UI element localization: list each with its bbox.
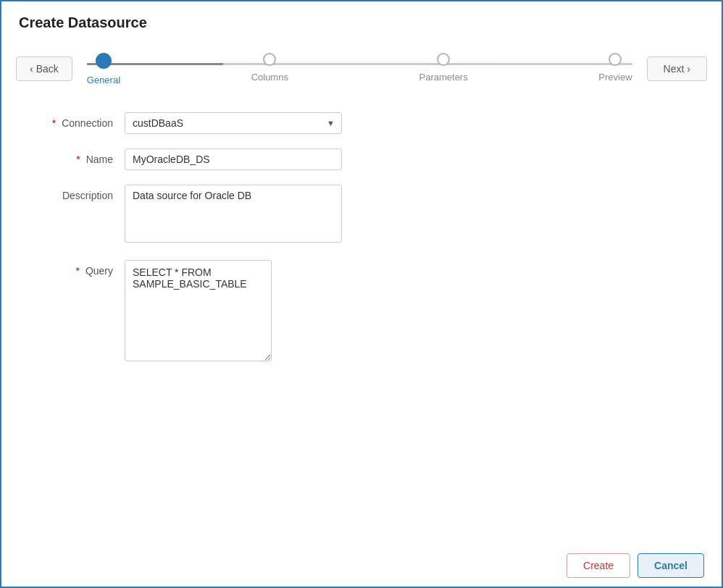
back-button[interactable]: ‹ Back (16, 56, 72, 81)
step-circle-general (96, 53, 112, 69)
step-label-general: General (87, 75, 120, 85)
step-parameters[interactable]: Parameters (419, 53, 468, 85)
name-row: * Name (30, 148, 693, 170)
steps-inner: General Columns Parameters Preview (87, 53, 632, 85)
back-label: Back (36, 63, 59, 75)
name-required-star: * (76, 154, 80, 165)
step-label-parameters: Parameters (419, 72, 468, 83)
next-button[interactable]: Next › (647, 56, 707, 81)
step-label-columns: Columns (251, 72, 288, 83)
dialog-title: Create Datasource (1, 1, 722, 40)
connection-select[interactable]: custDBaaS OracleDB MySQLDB (125, 112, 342, 134)
name-label: * Name (30, 148, 125, 165)
create-button[interactable]: Create (567, 553, 630, 578)
step-columns[interactable]: Columns (251, 53, 288, 85)
connection-select-wrapper: custDBaaS OracleDB MySQLDB (125, 112, 342, 134)
step-label-preview: Preview (598, 72, 632, 83)
query-control (125, 260, 693, 364)
next-label: Next (664, 63, 685, 75)
name-control (125, 148, 693, 170)
name-input[interactable] (125, 148, 342, 170)
connection-control: custDBaaS OracleDB MySQLDB (125, 112, 693, 134)
next-arrow-icon: › (687, 63, 690, 75)
description-control (125, 185, 693, 245)
query-required-star: * (76, 265, 80, 277)
connection-row: * Connection custDBaaS OracleDB MySQLDB (30, 112, 693, 134)
dialog-footer: Create Cancel (1, 545, 722, 587)
create-datasource-dialog: Create Datasource ‹ Back General Columns… (0, 0, 723, 588)
step-circle-parameters (437, 53, 450, 66)
step-general[interactable]: General (87, 53, 120, 85)
form-area: * Connection custDBaaS OracleDB MySQLDB … (1, 98, 722, 545)
description-textarea[interactable] (125, 185, 342, 243)
query-row: * Query (30, 260, 693, 364)
back-arrow-icon: ‹ (30, 63, 33, 75)
step-preview[interactable]: Preview (598, 53, 632, 85)
step-circle-preview (609, 53, 622, 66)
query-textarea[interactable] (125, 260, 272, 361)
wizard-nav: ‹ Back General Columns Parameters (1, 40, 722, 98)
cancel-button[interactable]: Cancel (638, 553, 704, 578)
steps-container: General Columns Parameters Preview (87, 47, 632, 91)
description-label: Description (30, 185, 125, 201)
connection-required-star: * (52, 117, 56, 129)
description-row: Description (30, 185, 693, 245)
step-circle-columns (263, 53, 276, 66)
query-label: * Query (30, 260, 125, 277)
connection-label: * Connection (30, 112, 125, 129)
